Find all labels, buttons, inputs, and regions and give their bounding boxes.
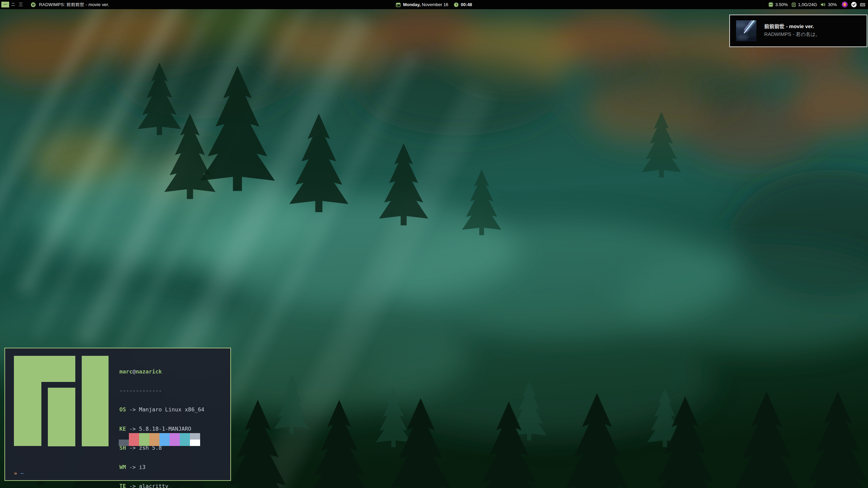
desktop: 一 二 三 RADWIMPS: 前前前世 - movie ver. xyxy=(0,0,868,488)
date-label: November 16 xyxy=(422,2,448,7)
neofetch-separator: ------------- xyxy=(119,388,217,394)
notification-subtitle: RADWIMPS - 君の名は。 xyxy=(764,31,863,38)
prompt-line-1: »~ xyxy=(14,470,34,477)
notification-title: 前前前世 - movie ver. xyxy=(764,23,863,30)
manjaro-logo-block xyxy=(48,388,75,446)
top-bar: 一 二 三 RADWIMPS: 前前前世 - movie ver. xyxy=(0,0,868,9)
time-label: 00:48 xyxy=(461,2,472,7)
shell-prompt[interactable]: »~ λ xyxy=(14,458,34,488)
datetime-modules: Monday, November 16 00:48 xyxy=(0,0,868,9)
palette-swatch xyxy=(170,433,180,440)
info-row-te: TE->alacritty xyxy=(119,483,217,488)
terminal-window[interactable]: marc@nazarick ------------- OS->Manjaro … xyxy=(4,348,231,481)
color-palette xyxy=(119,433,200,446)
neofetch-output: marc@nazarick ------------- OS->Manjaro … xyxy=(119,356,217,488)
neofetch-title: marc@nazarick xyxy=(119,369,217,375)
prompt-path: ~ xyxy=(20,470,24,476)
info-row-ke: KE->5.8.18-1-MANJARO xyxy=(119,426,217,432)
notification-popup[interactable]: 前前前世 - movie ver. RADWIMPS - 君の名は。 xyxy=(729,15,867,47)
palette-swatch xyxy=(170,440,180,446)
info-row-wm: WM->i3 xyxy=(119,464,217,471)
date-module: Monday, November 16 xyxy=(396,2,448,7)
palette-swatch xyxy=(139,433,149,440)
clock-icon xyxy=(454,2,459,7)
manjaro-logo-block xyxy=(14,356,41,446)
palette-swatch xyxy=(180,440,190,446)
date-weekday: Monday, xyxy=(403,2,421,7)
manjaro-logo-block xyxy=(82,356,109,446)
palette-swatch xyxy=(190,433,200,440)
info-row-os: OS->Manjaro Linux x86_64 xyxy=(119,407,217,413)
palette-swatch xyxy=(159,440,170,446)
palette-swatch xyxy=(159,433,170,440)
palette-swatch xyxy=(149,440,159,446)
palette-swatch xyxy=(119,433,129,440)
palette-swatch xyxy=(129,440,139,446)
palette-swatch xyxy=(190,440,200,446)
palette-swatch xyxy=(149,433,159,440)
palette-swatch xyxy=(119,440,129,446)
time-module: 00:48 xyxy=(454,2,472,7)
palette-swatch xyxy=(180,433,190,440)
palette-swatch xyxy=(129,433,139,440)
palette-swatch xyxy=(139,440,149,446)
calendar-icon xyxy=(396,2,401,7)
album-art xyxy=(736,20,756,41)
prompt-chevron: » xyxy=(14,470,17,476)
